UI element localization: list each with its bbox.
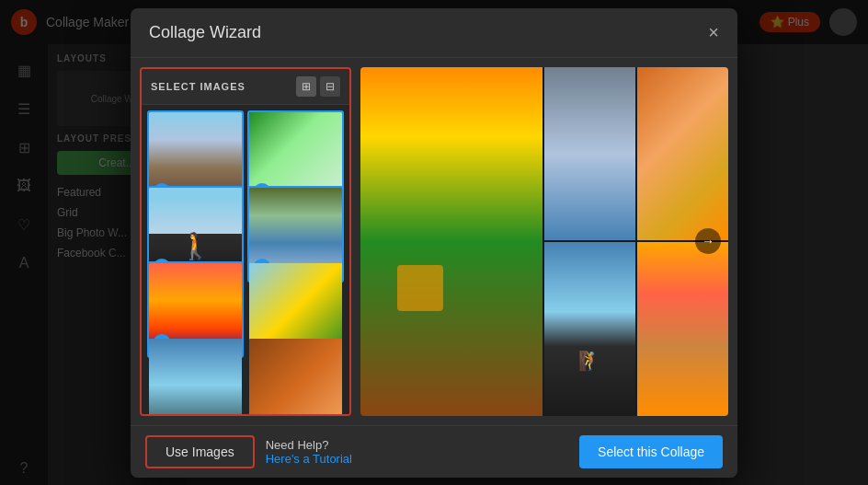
preview-area: 🧗 →	[360, 67, 728, 416]
collage-layout: 🧗	[360, 67, 728, 416]
grid-view-button[interactable]: ⊞	[296, 76, 316, 97]
selector-title: SELECT IMAGES	[151, 81, 246, 92]
collage-cell-3	[637, 67, 728, 241]
modal-footer: Use Images Need Help? Here's a Tutorial …	[131, 425, 737, 478]
selector-header: SELECT IMAGES ⊞ ⊟	[142, 69, 349, 105]
image-thumb-7[interactable]	[147, 337, 244, 414]
modal-body: SELECT IMAGES ⊞ ⊟ ✓ ✓	[131, 58, 737, 425]
image-thumb-8[interactable]	[247, 337, 344, 414]
select-collage-button[interactable]: Select this Collage	[579, 435, 723, 468]
modal-overlay: Collage Wizard × SELECT IMAGES ⊞ ⊟	[0, 0, 868, 485]
image-selector: SELECT IMAGES ⊞ ⊟ ✓ ✓	[140, 67, 351, 416]
collage-wizard-modal: Collage Wizard × SELECT IMAGES ⊞ ⊟	[131, 8, 737, 478]
collage-cell-4: 🧗	[544, 242, 635, 416]
modal-title: Collage Wizard	[149, 23, 261, 42]
collage-cell-2	[544, 67, 635, 241]
footer-help: Need Help? Here's a Tutorial	[266, 438, 352, 466]
view-icons: ⊞ ⊟	[296, 76, 340, 97]
help-link[interactable]: Here's a Tutorial	[266, 452, 352, 466]
close-button[interactable]: ×	[708, 23, 719, 41]
collage-cell-5	[637, 242, 728, 416]
next-collage-arrow[interactable]: →	[695, 228, 721, 254]
use-images-button[interactable]: Use Images	[145, 435, 255, 468]
modal-header: Collage Wizard ×	[131, 8, 737, 58]
footer-left: Use Images Need Help? Here's a Tutorial	[145, 435, 352, 468]
collage-cell-1	[360, 67, 542, 416]
help-text: Need Help?	[266, 438, 352, 452]
image-grid: ✓ ✓ 🚶 ✓	[142, 105, 349, 414]
collage-preview: 🧗 →	[360, 58, 737, 425]
list-view-button[interactable]: ⊟	[320, 76, 340, 97]
